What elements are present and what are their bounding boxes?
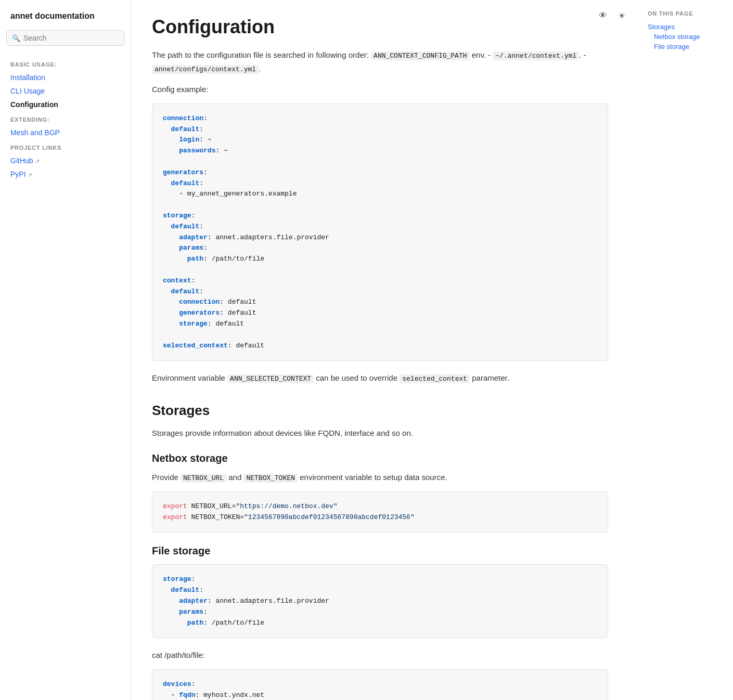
selected-context-code: selected_context xyxy=(400,374,470,383)
sidebar-section-basic-usage: BASIC USAGE: xyxy=(0,56,131,71)
config-path-annet: annet/configs/context.yml xyxy=(152,65,259,74)
devices-block: devices: - fqdn: myhost.yndx.net vendor:… xyxy=(152,669,608,700)
search-input[interactable] xyxy=(23,34,119,42)
site-title: annet documentation xyxy=(0,10,131,30)
config-path-yml: ~/.annet/context.yml xyxy=(493,51,579,60)
search-icon: 🔍 xyxy=(12,34,20,42)
eye-button[interactable]: 👁 xyxy=(596,8,610,23)
netbox-url-code: NETBOX_URL xyxy=(181,474,226,483)
file-storage-heading: File storage xyxy=(152,545,608,557)
cat-path-label: cat /path/to/file: xyxy=(152,649,608,662)
netbox-storage-heading: Netbox storage xyxy=(152,452,608,464)
config-path-env: ANN_CONTEXT_CONFIG_PATH xyxy=(371,51,469,60)
toc-link-file[interactable]: File storage xyxy=(654,42,725,51)
sidebar-item-pypi[interactable]: PyPI xyxy=(0,167,131,181)
ann-selected-context-code: ANN_SELECTED_CONTEXT xyxy=(227,374,314,383)
toc-link-storages[interactable]: Storages xyxy=(648,22,725,32)
storages-desc: Storages provide information about devic… xyxy=(152,426,608,440)
toc-sidebar: ON THIS PAGE Storages Netbox storage Fil… xyxy=(639,0,733,700)
netbox-export-block: export NETBOX_URL="https://demo.netbox.d… xyxy=(152,491,608,533)
sidebar: annet documentation 🔍 BASIC USAGE: Insta… xyxy=(0,0,131,700)
page-title: Configuration xyxy=(152,16,608,38)
sidebar-item-mesh-bgp[interactable]: Mesh and BGP xyxy=(0,126,131,139)
env-variable-paragraph: Environment variable ANN_SELECTED_CONTEX… xyxy=(152,371,608,385)
netbox-storage-desc: Provide NETBOX_URL and NETBOX_TOKEN envi… xyxy=(152,471,608,484)
sidebar-section-extending: EXTENDING: xyxy=(0,111,131,126)
sidebar-item-configuration[interactable]: Configuration xyxy=(0,98,131,111)
config-example-block: connection: default: login: ~ passwords:… xyxy=(152,103,608,361)
sidebar-section-project-links: PROJECT LINKS xyxy=(0,139,131,154)
intro-paragraph: The path to the configuration file is se… xyxy=(152,48,608,75)
file-storage-block: storage: default: adapter: annet.adapter… xyxy=(152,564,608,638)
sun-button[interactable]: ☀ xyxy=(614,8,629,23)
netbox-token-code: NETBOX_TOKEN xyxy=(243,474,298,483)
config-example-label: Config example: xyxy=(152,83,608,96)
main-content: Configuration The path to the configurat… xyxy=(131,0,639,700)
sidebar-item-cli-usage[interactable]: CLI Usage xyxy=(0,84,131,98)
sidebar-item-installation[interactable]: Installation xyxy=(0,71,131,84)
theme-controls: 👁 ☀ xyxy=(596,8,629,23)
toc-title: ON THIS PAGE xyxy=(648,10,725,17)
sidebar-item-github[interactable]: GitHub xyxy=(0,154,131,167)
search-box[interactable]: 🔍 xyxy=(6,30,124,46)
toc-link-netbox[interactable]: Netbox storage xyxy=(654,32,725,42)
storages-heading: Storages xyxy=(152,402,608,420)
